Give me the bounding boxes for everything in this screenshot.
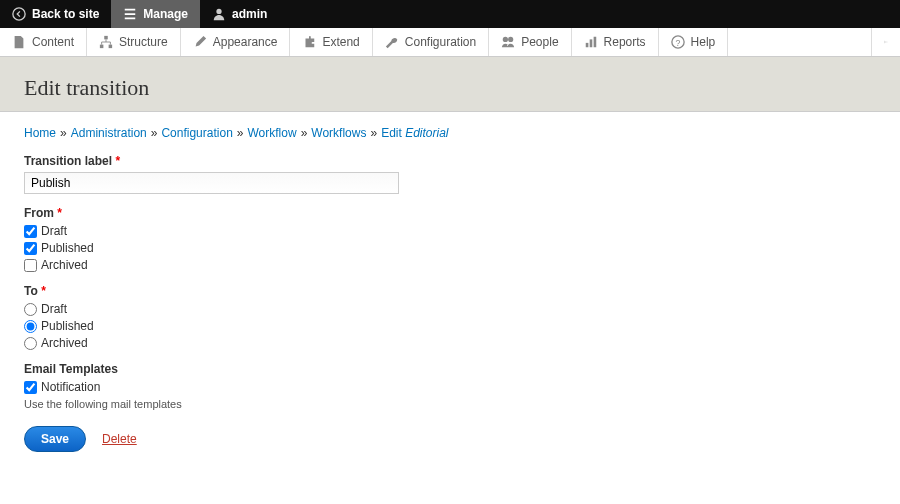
admin-tab-content[interactable]: Content — [0, 28, 87, 56]
from-option-archived: Archived — [24, 258, 876, 272]
to-published-radio[interactable] — [24, 320, 37, 333]
save-button[interactable]: Save — [24, 426, 86, 452]
from-published-checkbox[interactable] — [24, 242, 37, 255]
admin-tab-configuration[interactable]: Configuration — [373, 28, 489, 56]
svg-point-0 — [13, 8, 25, 20]
admin-tab-reports[interactable]: Reports — [572, 28, 659, 56]
required-mark: * — [57, 206, 62, 220]
orientation-toggle[interactable] — [872, 28, 900, 56]
svg-point-6 — [508, 37, 513, 42]
from-archived-label: Archived — [41, 258, 88, 272]
to-option-draft: Draft — [24, 302, 876, 316]
transition-label-input[interactable] — [24, 172, 399, 194]
breadcrumb-current[interactable]: Edit Editorial — [381, 126, 448, 140]
field-email-templates: Email Templates Notification Use the fol… — [24, 362, 876, 410]
admin-tab-label: Extend — [322, 35, 359, 49]
from-title: From * — [24, 206, 876, 220]
admin-tab-label: Content — [32, 35, 74, 49]
user-icon — [212, 7, 226, 21]
breadcrumb-workflow[interactable]: Workflow — [248, 126, 297, 140]
breadcrumb-configuration[interactable]: Configuration — [161, 126, 232, 140]
delete-link[interactable]: Delete — [102, 432, 137, 446]
to-archived-label: Archived — [41, 336, 88, 350]
field-from: From * Draft Published Archived — [24, 206, 876, 272]
breadcrumb-edit-prefix: Edit — [381, 126, 405, 140]
breadcrumb-separator: » — [147, 126, 162, 140]
to-published-label: Published — [41, 319, 94, 333]
toolbar-top: Back to site Manage admin — [0, 0, 900, 28]
to-option-archived: Archived — [24, 336, 876, 350]
hamburger-icon — [123, 7, 137, 21]
email-templates-help: Use the following mail templates — [24, 398, 876, 410]
svg-rect-3 — [100, 45, 104, 49]
to-option-published: Published — [24, 319, 876, 333]
email-templates-options: Notification — [24, 380, 876, 394]
required-mark: * — [41, 284, 46, 298]
admin-tab-label: Appearance — [213, 35, 278, 49]
notification-label: Notification — [41, 380, 100, 394]
manage-tab[interactable]: Manage — [111, 0, 200, 28]
transition-label-text: Transition label — [24, 154, 112, 168]
title-region: Edit transition — [0, 57, 900, 112]
to-title-text: To — [24, 284, 38, 298]
admin-tab-label: Help — [691, 35, 716, 49]
svg-rect-9 — [593, 37, 596, 48]
main-content: Home»Administration»Configuration»Workfl… — [0, 112, 900, 466]
barchart-icon — [584, 35, 598, 49]
from-archived-checkbox[interactable] — [24, 259, 37, 272]
admin-tab-label: Configuration — [405, 35, 476, 49]
to-draft-label: Draft — [41, 302, 67, 316]
to-draft-radio[interactable] — [24, 303, 37, 316]
svg-text:?: ? — [675, 38, 680, 48]
to-archived-radio[interactable] — [24, 337, 37, 350]
file-icon — [12, 35, 26, 49]
svg-rect-8 — [589, 39, 592, 47]
admin-tab-appearance[interactable]: Appearance — [181, 28, 291, 56]
to-title: To * — [24, 284, 876, 298]
user-label: admin — [232, 7, 267, 21]
from-draft-label: Draft — [41, 224, 67, 238]
admin-tab-people[interactable]: People — [489, 28, 571, 56]
form-actions: Save Delete — [24, 426, 876, 452]
admin-tab-label: People — [521, 35, 558, 49]
collapse-icon — [884, 35, 888, 49]
question-circle-icon: ? — [671, 35, 685, 49]
breadcrumb-separator: » — [297, 126, 312, 140]
back-to-site-label: Back to site — [32, 7, 99, 21]
field-transition-label: Transition label * — [24, 154, 876, 194]
from-title-text: From — [24, 206, 54, 220]
admin-tab-extend[interactable]: Extend — [290, 28, 372, 56]
email-templates-title: Email Templates — [24, 362, 876, 376]
from-options: Draft Published Archived — [24, 224, 876, 272]
from-draft-checkbox[interactable] — [24, 225, 37, 238]
breadcrumb-separator: » — [233, 126, 248, 140]
breadcrumb: Home»Administration»Configuration»Workfl… — [24, 126, 876, 140]
from-option-draft: Draft — [24, 224, 876, 238]
admin-tab-structure[interactable]: Structure — [87, 28, 181, 56]
from-published-label: Published — [41, 241, 94, 255]
admin-tab-help[interactable]: ? Help — [659, 28, 729, 56]
back-to-site-link[interactable]: Back to site — [0, 0, 111, 28]
arrow-left-circle-icon — [12, 7, 26, 21]
svg-point-1 — [216, 9, 221, 14]
admin-menu: Content Structure Appearance Extend Conf… — [0, 28, 900, 57]
svg-point-5 — [503, 37, 508, 42]
wrench-icon — [385, 35, 399, 49]
from-option-published: Published — [24, 241, 876, 255]
puzzle-icon — [302, 35, 316, 49]
notification-checkbox[interactable] — [24, 381, 37, 394]
transition-label-title: Transition label * — [24, 154, 876, 168]
breadcrumb-edit-name: Editorial — [405, 126, 448, 140]
svg-rect-2 — [104, 36, 108, 40]
to-options: Draft Published Archived — [24, 302, 876, 350]
breadcrumb-home[interactable]: Home — [24, 126, 56, 140]
breadcrumb-administration[interactable]: Administration — [71, 126, 147, 140]
email-templates-option-notification: Notification — [24, 380, 876, 394]
sitemap-icon — [99, 35, 113, 49]
manage-label: Manage — [143, 7, 188, 21]
required-mark: * — [115, 154, 120, 168]
user-menu[interactable]: admin — [200, 0, 279, 28]
page-title: Edit transition — [24, 75, 876, 101]
svg-rect-7 — [585, 43, 588, 47]
breadcrumb-workflows[interactable]: Workflows — [311, 126, 366, 140]
